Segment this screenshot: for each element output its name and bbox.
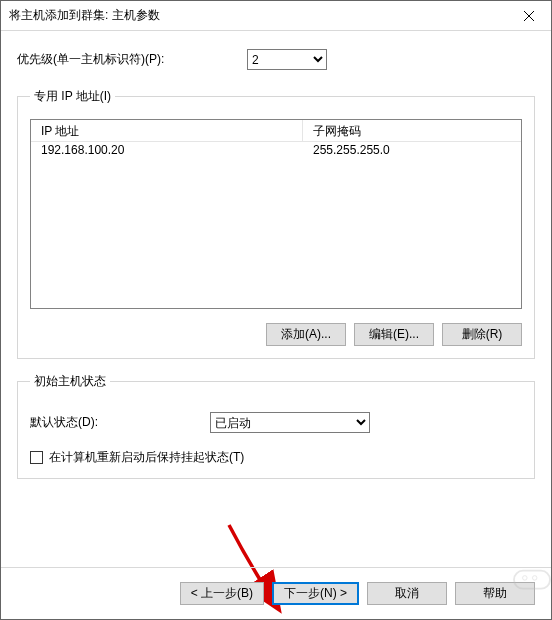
remove-button[interactable]: 删除(R) [442, 323, 522, 346]
close-icon [524, 11, 534, 21]
cell-mask: 255.255.255.0 [303, 142, 521, 160]
default-state-label: 默认状态(D): [30, 414, 210, 431]
retain-suspend-label: 在计算机重新启动后保持挂起状态(T) [49, 449, 244, 466]
initial-state-legend: 初始主机状态 [30, 373, 110, 390]
dialog-window: 将主机添加到群集: 主机参数 优先级(单一主机标识符)(P): 2 专用 IP … [0, 0, 552, 620]
cell-ip: 192.168.100.20 [31, 142, 303, 160]
add-button[interactable]: 添加(A)... [266, 323, 346, 346]
window-title: 将主机添加到群集: 主机参数 [1, 7, 506, 24]
edit-button[interactable]: 编辑(E)... [354, 323, 434, 346]
column-header-mask[interactable]: 子网掩码 [303, 120, 521, 141]
next-button[interactable]: 下一步(N) > [272, 582, 359, 605]
listview-body: 192.168.100.20 255.255.255.0 [31, 142, 521, 308]
dialog-content: 优先级(单一主机标识符)(P): 2 专用 IP 地址(I) IP 地址 子网掩… [1, 31, 551, 567]
priority-row: 优先级(单一主机标识符)(P): 2 [17, 49, 535, 70]
default-state-select[interactable]: 已启动 [210, 412, 370, 433]
ip-address-group: 专用 IP 地址(I) IP 地址 子网掩码 192.168.100.20 25… [17, 88, 535, 359]
priority-label: 优先级(单一主机标识符)(P): [17, 51, 247, 68]
initial-state-group: 初始主机状态 默认状态(D): 已启动 在计算机重新启动后保持挂起状态(T) [17, 373, 535, 479]
wizard-footer: < 上一步(B) 下一步(N) > 取消 帮助 亿速云 [1, 567, 551, 619]
listview-header: IP 地址 子网掩码 [31, 120, 521, 142]
ip-group-legend: 专用 IP 地址(I) [30, 88, 115, 105]
priority-select[interactable]: 2 [247, 49, 327, 70]
ip-buttons-row: 添加(A)... 编辑(E)... 删除(R) [30, 323, 522, 346]
back-button[interactable]: < 上一步(B) [180, 582, 264, 605]
column-header-ip[interactable]: IP 地址 [31, 120, 303, 141]
titlebar: 将主机添加到群集: 主机参数 [1, 1, 551, 31]
retain-suspend-row[interactable]: 在计算机重新启动后保持挂起状态(T) [30, 449, 522, 466]
close-button[interactable] [506, 1, 551, 31]
ip-listview[interactable]: IP 地址 子网掩码 192.168.100.20 255.255.255.0 [30, 119, 522, 309]
table-row[interactable]: 192.168.100.20 255.255.255.0 [31, 142, 521, 160]
default-state-row: 默认状态(D): 已启动 [30, 412, 522, 433]
retain-suspend-checkbox[interactable] [30, 451, 43, 464]
cancel-button[interactable]: 取消 [367, 582, 447, 605]
help-button[interactable]: 帮助 [455, 582, 535, 605]
